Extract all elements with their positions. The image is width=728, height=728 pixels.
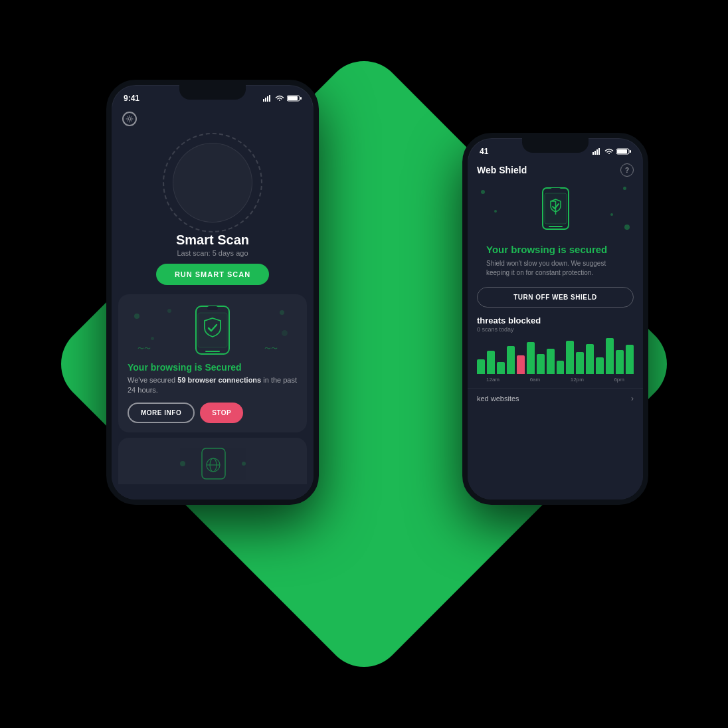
- bar-12: [586, 344, 594, 374]
- svg-rect-3: [598, 148, 600, 155]
- svg-rect-6: [630, 150, 631, 153]
- scan-circle-area: Smart Scan Last scan: 5 days ago RUN SMA…: [112, 126, 314, 294]
- turn-off-web-shield-button[interactable]: TURN OFF WEB SHIELD: [477, 287, 634, 308]
- bottom-card-partial: [118, 438, 307, 484]
- browsing-card-desc: We've secured 59 browser connections in …: [128, 375, 298, 396]
- threats-subtitle: 0 scans today: [477, 326, 634, 333]
- card-buttons: MORE INFO STOP: [128, 403, 298, 423]
- phone-with-shield-svg: [537, 187, 574, 233]
- svg-point-18: [128, 118, 131, 120]
- scan-subtitle: Last scan: 5 days ago: [177, 249, 248, 257]
- stop-button[interactable]: STOP: [200, 403, 243, 423]
- squiggle-1: 〜〜: [137, 344, 151, 353]
- dot-2: [494, 210, 497, 213]
- bar-6: [527, 342, 535, 374]
- browsing-title-status: Secured: [205, 362, 241, 373]
- browsing-title-prefix: Your browsing is: [128, 362, 205, 373]
- fl-dot-5: [167, 309, 171, 313]
- svg-rect-12: [265, 98, 266, 102]
- front-header: [112, 106, 314, 126]
- front-status-icons: [263, 95, 302, 102]
- run-smart-scan-button[interactable]: RUN SMART SCAN: [156, 264, 269, 285]
- back-phone-content: Web Shield ?: [468, 159, 643, 500]
- wifi-icon: [604, 148, 614, 155]
- bar-5-red: [517, 355, 525, 374]
- front-signal-icon: [263, 95, 272, 102]
- svg-rect-21: [207, 306, 218, 310]
- globe-phone-svg: [199, 447, 228, 480]
- front-wifi-icon: [275, 95, 284, 102]
- desc-bold: 59 browser connections: [177, 376, 261, 384]
- svg-rect-16: [288, 96, 298, 100]
- bar-15: [616, 350, 624, 374]
- back-status-icons: [592, 148, 631, 155]
- desc-prefix: We've secured: [128, 376, 177, 384]
- back-browsing-status-word: secured: [569, 244, 608, 255]
- front-status-time: 9:41: [124, 94, 139, 103]
- gear-svg: [126, 115, 134, 123]
- front-battery-icon: [287, 95, 302, 102]
- browsing-card-title: Your browsing is Secured: [128, 362, 298, 373]
- bar-10: [566, 341, 574, 374]
- chevron-right-icon: ›: [631, 394, 634, 403]
- back-browsing-title: Your browsing is secured: [477, 243, 634, 259]
- shield-illustration-area: [468, 177, 643, 243]
- web-shield-title: Web Shield: [477, 165, 527, 175]
- svg-rect-14: [269, 95, 270, 102]
- svg-rect-0: [592, 152, 594, 155]
- bar-1: [477, 359, 485, 374]
- phone-front: 9:41: [106, 80, 319, 505]
- dot-1: [481, 190, 485, 194]
- blocked-websites-text: ked websites: [477, 395, 519, 403]
- bar-2: [487, 351, 495, 374]
- back-phone-notch: [522, 138, 589, 153]
- front-phone-notch: [179, 85, 246, 100]
- more-info-button[interactable]: MORE INFO: [128, 403, 195, 423]
- bottom-dot-1: [180, 461, 185, 466]
- fl-dot-2: [151, 337, 154, 340]
- card-illustration: 〜〜 〜〜: [128, 304, 298, 357]
- bar-9: [557, 361, 565, 374]
- back-browsing-status: Your browsing is secured Shield won't sl…: [468, 243, 643, 287]
- back-header: Web Shield ?: [468, 159, 643, 177]
- svg-rect-13: [267, 96, 268, 102]
- back-browsing-desc: Shield won't slow you down. We suggest k…: [477, 259, 634, 284]
- bar-11: [576, 352, 584, 374]
- threats-title: threats blocked: [477, 316, 634, 325]
- blocked-websites-row[interactable]: ked websites ›: [468, 388, 643, 409]
- svg-rect-2: [596, 149, 598, 155]
- fl-dot-3: [280, 310, 284, 315]
- smart-scan-title: Smart Scan: [176, 232, 249, 248]
- fl-dot-4: [282, 330, 288, 336]
- svg-rect-5: [617, 149, 627, 153]
- bar-13: [596, 357, 604, 374]
- threats-section: threats blocked 0 scans today: [468, 316, 643, 388]
- bar-16: [626, 345, 634, 374]
- svg-rect-11: [263, 99, 264, 102]
- browsing-secured-card: 〜〜 〜〜 Your browsing is Secu: [118, 294, 307, 432]
- bar-3: [497, 362, 505, 374]
- front-phone-content: Smart Scan Last scan: 5 days ago RUN SMA…: [112, 106, 314, 500]
- dot-4: [610, 213, 613, 216]
- svg-rect-9: [551, 188, 561, 191]
- dot-3: [623, 187, 626, 190]
- scan-ring: [163, 133, 262, 232]
- help-icon[interactable]: ?: [620, 163, 634, 177]
- bar-4: [507, 346, 515, 374]
- bottom-card-illustration: [128, 447, 298, 480]
- scene: 41: [0, 0, 728, 728]
- phone-shield-illustration: [193, 305, 232, 355]
- scan-circle: [163, 133, 262, 232]
- battery-icon: [616, 148, 631, 155]
- squiggle-2: 〜〜: [264, 344, 278, 353]
- bottom-dot-2: [242, 462, 246, 466]
- fl-dot-1: [134, 314, 139, 319]
- bar-7: [537, 354, 545, 374]
- bar-8: [547, 349, 555, 374]
- back-browsing-prefix: Your browsing is: [486, 244, 569, 255]
- back-status-time: 41: [480, 147, 488, 156]
- settings-icon[interactable]: [122, 112, 137, 126]
- svg-rect-23: [202, 448, 225, 479]
- signal-icon: [592, 148, 602, 155]
- bar-14: [606, 338, 614, 374]
